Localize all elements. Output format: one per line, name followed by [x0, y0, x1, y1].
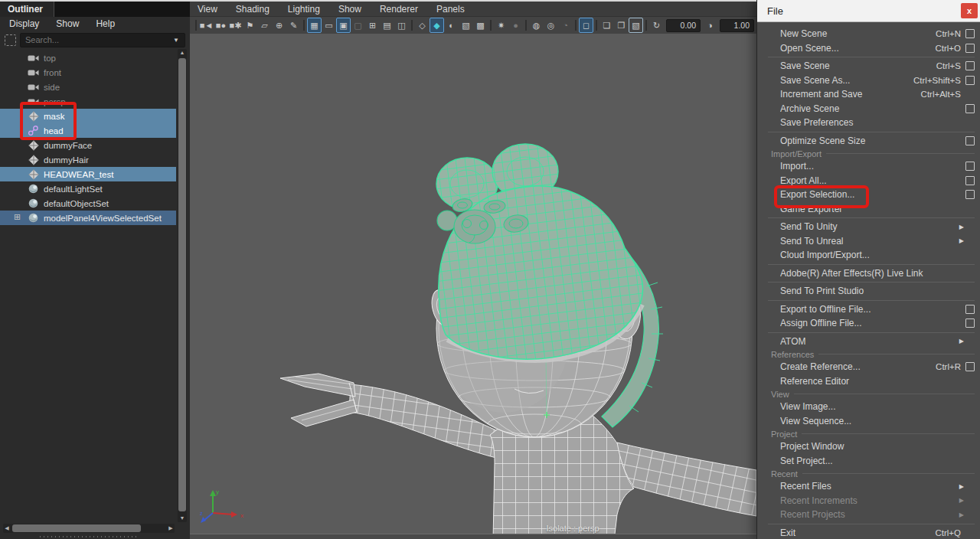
menu-item-view-sequence[interactable]: View Sequence... [757, 414, 980, 429]
selection-highlight-icon[interactable]: ◻ [579, 18, 593, 33]
camera-lock-icon[interactable]: ■● [214, 18, 228, 33]
grid-icon[interactable]: ▦ [307, 18, 322, 33]
outliner-item-dummyFace[interactable]: dummyFace [0, 138, 176, 152]
viewport-menu-view[interactable]: View [198, 4, 217, 15]
gate-mask-icon[interactable]: ▢ [351, 18, 365, 33]
option-box-icon[interactable] [965, 61, 975, 70]
menu-item-open-scene[interactable]: Open Scene...Ctrl+O [757, 41, 980, 56]
menu-item-assign-offline-file[interactable]: Assign Offline File... [757, 316, 980, 331]
outliner-item-HEADWEAR_test[interactable]: HEADWEAR_test [0, 167, 176, 181]
file-menu-titlebar[interactable]: File x [757, 0, 980, 22]
motion-blur-icon[interactable]: ◔ [558, 18, 573, 33]
anti-aliasing-icon[interactable]: ◎ [544, 18, 558, 33]
option-box-icon[interactable] [965, 76, 975, 85]
camera-icon[interactable]: ■◄ [199, 18, 214, 33]
image-plane-icon[interactable]: ▱ [257, 18, 272, 33]
safe-action-icon[interactable]: ▤ [380, 18, 394, 33]
viewport-menu-panels[interactable]: Panels [436, 4, 465, 15]
camera-attributes-icon[interactable]: ■✱ [228, 18, 243, 33]
xray-joints-icon[interactable]: ❐ [614, 18, 629, 33]
menu-item-project-window[interactable]: Project Window [757, 439, 980, 454]
option-box-icon[interactable] [965, 104, 975, 113]
menu-item-export-selection[interactable]: Export Selection... [757, 188, 980, 202]
menu-item-game-exporter[interactable]: Game Exporter [757, 202, 980, 217]
xray-icon[interactable]: ❏ [599, 18, 614, 33]
grease-pencil-icon[interactable]: ✎ [286, 18, 301, 33]
panel-resize-grip[interactable] [38, 535, 136, 538]
menu-item-archive-scene[interactable]: Archive Scene [757, 102, 980, 116]
menu-item-save-scene[interactable]: Save SceneCtrl+S [757, 59, 980, 74]
option-box-icon[interactable] [965, 162, 975, 171]
outliner-menu-help[interactable]: Help [96, 18, 115, 29]
menu-item-set-project[interactable]: Set Project... [757, 454, 980, 469]
wireframe-mode-icon[interactable]: ◇ [415, 18, 430, 33]
outliner-item-persp[interactable]: persp [0, 94, 176, 109]
menu-item-export-all[interactable]: Export All... [757, 174, 980, 188]
menu-item-send-to-print-studio[interactable]: Send To Print Studio [757, 284, 980, 299]
scroll-left-icon[interactable]: ◀ [3, 524, 11, 533]
option-box-icon[interactable] [965, 176, 975, 185]
scroll-up-icon[interactable]: ▲ [178, 49, 187, 57]
outliner-tab[interactable]: Outliner [0, 1, 54, 17]
textured-mode-icon[interactable]: ▧ [459, 18, 473, 33]
menu-item-export-to-offline-file[interactable]: Export to Offline File... [757, 302, 980, 317]
outliner-item-dummyHair[interactable]: dummyHair [0, 152, 176, 167]
resolution-gate-icon[interactable]: ▣ [336, 18, 351, 33]
close-icon[interactable]: x [961, 3, 978, 18]
scroll-right-icon[interactable]: ▶ [167, 524, 175, 533]
menu-item-save-scene-as[interactable]: Save Scene As...Ctrl+Shift+S [757, 74, 980, 88]
option-box-icon[interactable] [965, 136, 975, 145]
film-gate-icon[interactable]: ▭ [322, 18, 336, 33]
bounding-box-icon[interactable]: ◐ [444, 18, 459, 33]
smooth-shade-icon[interactable]: ◆ [430, 18, 444, 33]
outliner-item-defaultObjectSet[interactable]: defaultObjectSet [0, 196, 176, 211]
expand-icon[interactable]: ⊞ [14, 213, 21, 221]
menu-item-send-to-unity[interactable]: Send To Unity▶ [757, 220, 980, 234]
menu-item-reference-editor[interactable]: Reference Editor [757, 374, 980, 389]
gamma-field[interactable]: 1.00 [720, 19, 754, 32]
checker-icon[interactable]: ▩ [473, 18, 488, 33]
menu-item-optimize-scene-size[interactable]: Optimize Scene Size [757, 134, 980, 149]
ambient-occlusion-icon[interactable]: ◍ [529, 18, 544, 33]
outliner-item-front[interactable]: front [0, 65, 176, 80]
vertical-scroll-thumb[interactable] [178, 58, 186, 511]
menu-item-send-to-unreal[interactable]: Send To Unreal▶ [757, 234, 980, 249]
menu-item-increment-and-save[interactable]: Increment and SaveCtrl+Alt+S [757, 87, 980, 102]
menu-item-create-reference[interactable]: Create Reference...Ctrl+R [757, 360, 980, 374]
menu-item-view-image[interactable]: View Image... [757, 400, 980, 414]
menu-item-atom[interactable]: ATOM▶ [757, 335, 980, 349]
horizontal-scroll-thumb[interactable] [12, 524, 141, 532]
shadows-icon[interactable]: ● [508, 18, 523, 33]
viewport-menu-lighting[interactable]: Lighting [288, 4, 320, 15]
filter-icon[interactable] [5, 34, 16, 46]
search-input[interactable] [20, 33, 185, 47]
menu-item-exit[interactable]: ExitCtrl+Q [757, 526, 980, 539]
outliner-item-head[interactable]: head [0, 123, 176, 138]
option-box-icon[interactable] [965, 190, 975, 199]
outliner-item-modelPanel4ViewSelectedSet[interactable]: ⊞modelPanel4ViewSelectedSet [0, 211, 176, 225]
field-chart-icon[interactable]: ⊞ [365, 18, 380, 33]
exposure-field[interactable]: 0.00 [666, 19, 701, 32]
menu-item-import[interactable]: Import... [757, 159, 980, 174]
viewport-menu-shading[interactable]: Shading [236, 4, 270, 15]
menu-item-adobe-r-after-effects-r-live-link[interactable]: Adobe(R) After Effects(R) Live Link [757, 266, 980, 281]
option-box-icon[interactable] [965, 29, 975, 38]
outliner-item-defaultLightSet[interactable]: defaultLightSet [0, 181, 176, 196]
bookmark-icon[interactable]: ⚑ [243, 18, 257, 33]
contrast-icon[interactable]: ◑ [703, 18, 717, 33]
lighting-icon[interactable]: ✷ [494, 18, 508, 33]
outliner-menu-show[interactable]: Show [56, 18, 79, 29]
outliner-item-top[interactable]: top [0, 51, 176, 65]
option-box-icon[interactable] [965, 305, 975, 314]
option-box-icon[interactable] [965, 318, 975, 328]
menu-item-save-preferences[interactable]: Save Preferences [757, 116, 980, 130]
exposure-icon[interactable]: ↻ [649, 18, 664, 33]
outliner-menu-display[interactable]: Display [9, 18, 39, 29]
menu-item-cloud-import-export[interactable]: Cloud Import/Export... [757, 248, 980, 263]
scroll-down-icon[interactable]: ▼ [178, 514, 187, 522]
outliner-item-side[interactable]: side [0, 80, 176, 94]
outliner-horizontal-scrollbar[interactable]: ◀ ▶ [3, 524, 175, 533]
menu-item-recent-files[interactable]: Recent Files▶ [757, 479, 980, 494]
outliner-item-mask[interactable]: mask [0, 109, 176, 123]
option-box-icon[interactable] [965, 44, 975, 53]
